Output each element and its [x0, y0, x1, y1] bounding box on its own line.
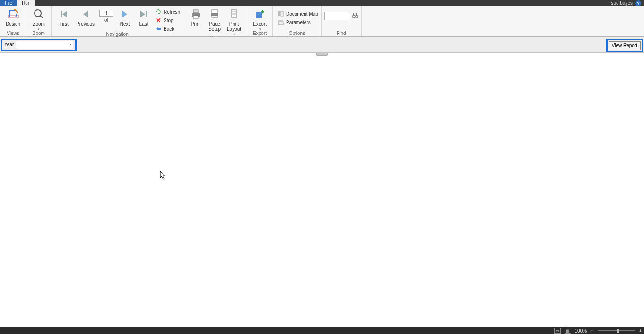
refresh-label: Refresh	[164, 9, 180, 15]
svg-rect-26	[281, 11, 283, 16]
group-views: Design Views	[0, 6, 26, 36]
print-layout-button[interactable]: PrintLayout ▾	[224, 8, 244, 36]
group-print: Print PageSetup PrintLayout ▾ Print	[183, 6, 247, 36]
back-icon	[155, 26, 162, 32]
document-map-label: Document Map	[286, 11, 318, 17]
zoom-out-button[interactable]: −	[591, 328, 593, 334]
next-label: Next	[120, 21, 130, 26]
first-icon	[57, 8, 70, 20]
zoom-slider[interactable]	[598, 330, 635, 331]
find-input[interactable]	[324, 12, 350, 20]
zoom-group-label: Zoom	[29, 31, 48, 36]
stop-icon	[155, 17, 162, 24]
options-buttons: Document Map Parameters	[276, 8, 318, 26]
zoom-in-button[interactable]: +	[639, 328, 642, 334]
view-mode-1-icon[interactable]: ▭	[554, 328, 561, 334]
help-icon[interactable]: ?	[635, 0, 641, 6]
svg-rect-25	[278, 11, 280, 16]
view-report-button[interactable]: View Report	[609, 41, 641, 50]
svg-rect-28	[278, 22, 283, 25]
year-parameter-highlight: Year ▾	[1, 39, 77, 51]
of-label: of	[104, 17, 108, 23]
first-button[interactable]: First	[54, 8, 73, 26]
next-button[interactable]: Next	[115, 8, 134, 26]
tab-file[interactable]: File	[0, 0, 17, 6]
next-icon	[118, 8, 131, 20]
first-label: First	[59, 21, 68, 26]
export-icon	[253, 8, 267, 20]
svg-rect-31	[353, 13, 354, 16]
nav-small-buttons: Refresh Stop Back	[153, 8, 180, 33]
svg-rect-8	[146, 11, 147, 17]
group-options: Document Map Parameters Options	[273, 6, 322, 36]
view-mode-2-icon[interactable]: ▤	[565, 328, 571, 334]
svg-marker-5	[83, 11, 88, 17]
zoom-button[interactable]: Zoom ▾	[29, 8, 48, 31]
svg-rect-18	[211, 13, 218, 16]
svg-marker-6	[122, 11, 127, 17]
user-name: sue bayes	[611, 0, 633, 6]
export-button[interactable]: Export ▾	[250, 8, 270, 31]
svg-rect-13	[158, 28, 161, 30]
design-icon	[7, 8, 20, 20]
find-wrap	[324, 8, 358, 20]
report-canvas	[0, 56, 644, 327]
export-group-label: Export	[250, 31, 270, 36]
chevron-down-icon: ▾	[70, 43, 71, 47]
title-bar: File Run sue bayes ?	[0, 0, 644, 6]
print-label: Print	[191, 21, 201, 26]
svg-rect-3	[61, 11, 62, 17]
parameters-button[interactable]: Parameters	[278, 18, 318, 26]
last-label: Last	[139, 21, 148, 26]
document-map-button[interactable]: Document Map	[278, 10, 318, 17]
page-number-box: of	[97, 8, 115, 23]
print-layout-label: PrintLayout	[227, 21, 241, 32]
refresh-button[interactable]: Refresh	[155, 8, 180, 16]
parameters-label: Parameters	[286, 20, 311, 25]
last-icon	[137, 8, 150, 20]
ribbon: Design Views Zoom ▾ Zoom	[0, 6, 644, 37]
last-button[interactable]: Last	[134, 8, 153, 26]
zoom-label: Zoom	[33, 21, 45, 26]
group-find: Find	[322, 6, 362, 36]
group-navigation: First Previous of Next	[52, 6, 183, 36]
parameter-bar: Year ▾ View Report	[0, 37, 644, 53]
title-right: sue bayes ?	[611, 0, 641, 6]
svg-rect-15	[193, 10, 198, 13]
view-report-highlight: View Report	[606, 39, 643, 52]
page-setup-button[interactable]: PageSetup	[205, 8, 224, 32]
previous-icon	[79, 8, 92, 20]
design-button[interactable]: Design	[3, 8, 23, 26]
print-layout-icon	[227, 8, 241, 20]
refresh-icon	[155, 9, 162, 15]
page-setup-label: PageSetup	[209, 21, 221, 32]
page-setup-icon	[208, 8, 221, 20]
views-group-label: Views	[3, 31, 23, 36]
svg-rect-19	[231, 10, 237, 17]
svg-rect-24	[262, 10, 263, 13]
previous-label: Previous	[76, 21, 95, 26]
print-button[interactable]: Print	[186, 8, 205, 26]
printer-icon	[189, 8, 202, 20]
previous-button[interactable]: Previous	[73, 8, 97, 26]
svg-marker-4	[62, 11, 67, 17]
svg-rect-23	[256, 12, 262, 18]
year-dropdown[interactable]: ▾	[16, 41, 73, 49]
tab-run[interactable]: Run	[17, 0, 35, 6]
parameters-icon	[278, 19, 284, 26]
export-label: Export	[253, 21, 267, 26]
svg-rect-27	[278, 20, 283, 21]
svg-line-2	[40, 16, 43, 18]
page-number-input[interactable]	[99, 10, 113, 17]
cursor-icon	[160, 171, 166, 181]
svg-marker-12	[156, 27, 158, 31]
binoculars-icon[interactable]	[352, 12, 358, 20]
status-bar: ▭ ▤ 100% − +	[0, 327, 644, 334]
stop-button[interactable]: Stop	[155, 17, 180, 24]
zoom-percent-label: 100%	[575, 328, 587, 334]
year-label: Year	[4, 42, 14, 47]
find-group-label: Find	[324, 31, 358, 36]
stop-label: Stop	[164, 18, 174, 23]
back-label: Back	[164, 26, 174, 32]
design-label: Design	[6, 21, 20, 26]
